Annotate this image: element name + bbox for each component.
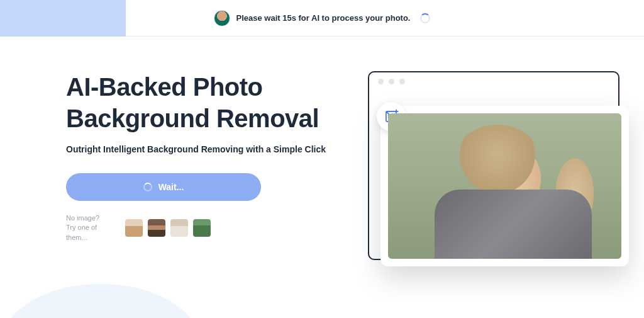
decorative-wave xyxy=(0,268,226,318)
preview-card: fx xyxy=(380,106,629,266)
window-dot xyxy=(389,79,394,84)
window-dots xyxy=(369,72,618,91)
sample-hint: No image? Try one of them... xyxy=(66,213,116,242)
top-notification-bar: Please wait 15s for AI to process your p… xyxy=(0,0,644,37)
sample-thumb-4[interactable] xyxy=(193,219,211,237)
hero-right: fx xyxy=(362,71,619,260)
button-spinner-icon xyxy=(143,183,152,191)
sample-thumb-2[interactable] xyxy=(148,219,165,237)
notification-message: Please wait 15s for AI to process your p… xyxy=(236,13,411,23)
upload-wait-button[interactable]: Wait... xyxy=(66,173,261,201)
page-subtitle: Outright Intelligent Background Removing… xyxy=(66,144,336,154)
sample-row: No image? Try one of them... xyxy=(66,213,336,242)
main-content: AI-Backed Photo Background Removal Outri… xyxy=(0,37,644,260)
window-dot xyxy=(399,79,405,84)
page-title: AI-Backed Photo Background Removal xyxy=(66,71,336,134)
button-label: Wait... xyxy=(158,182,184,192)
window-dot xyxy=(378,79,384,84)
preview-photo xyxy=(388,113,621,259)
hero-left: AI-Backed Photo Background Removal Outri… xyxy=(66,71,336,260)
sample-thumb-3[interactable] xyxy=(170,219,188,237)
sample-thumbnails xyxy=(125,219,211,237)
avatar xyxy=(214,10,230,26)
loading-spinner-icon xyxy=(420,13,430,23)
sample-hint-line1: No image? xyxy=(66,213,116,223)
sample-thumb-1[interactable] xyxy=(125,219,143,237)
header-accent-block xyxy=(0,0,126,37)
sample-hint-line2: Try one of them... xyxy=(66,223,116,242)
